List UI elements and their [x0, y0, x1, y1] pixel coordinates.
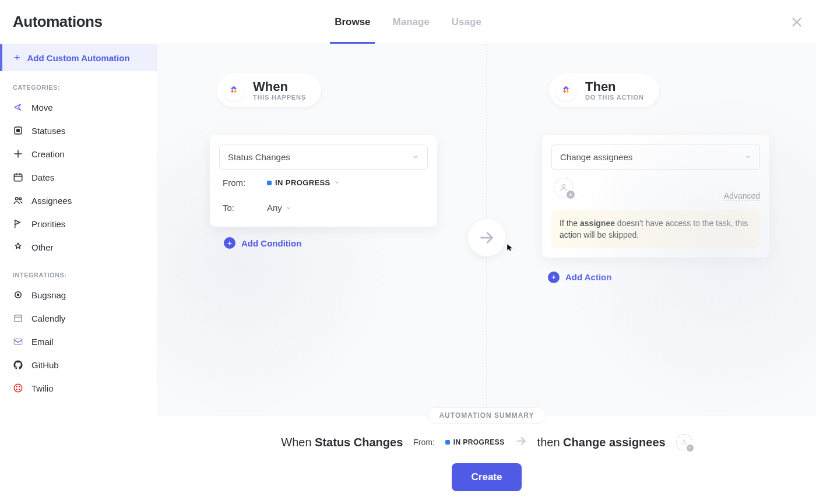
add-action-button[interactable]: + Add Action	[542, 261, 769, 283]
trigger-select-value: Status Changes	[228, 152, 290, 162]
svg-point-18	[16, 386, 17, 387]
automation-summary-footer: AUTOMATION SUMMARY When Status Changes F…	[157, 415, 816, 504]
bugsnag-icon	[13, 290, 23, 300]
to-status-dropdown[interactable]: Any	[267, 203, 291, 213]
add-custom-automation-button[interactable]: + Add Custom Automation	[0, 44, 157, 71]
svg-point-13	[17, 294, 19, 296]
sidebar-item-label: Twilio	[31, 383, 54, 393]
priorities-icon	[13, 218, 23, 229]
sidebar-item-label: GitHub	[31, 360, 59, 370]
from-label: From:	[223, 178, 254, 188]
summary-assignee-picker[interactable]: +	[676, 434, 692, 450]
sidebar-item-email[interactable]: Email	[0, 330, 157, 353]
assignees-icon	[13, 195, 23, 206]
sidebar-item-statuses[interactable]: Statuses	[0, 119, 157, 142]
arrow-right-icon	[515, 435, 527, 450]
sidebar-item-assignees[interactable]: Assignees	[0, 189, 157, 212]
creation-icon	[13, 149, 23, 159]
when-header: When THIS HAPPENS	[217, 73, 321, 107]
sidebar-item-label: Bugsnag	[31, 290, 66, 300]
sidebar-item-calendly[interactable]: Calendly	[0, 306, 157, 330]
from-row: From: IN PROGRESS	[219, 170, 428, 188]
sidebar-item-move[interactable]: Move	[0, 96, 157, 119]
tab-usage[interactable]: Usage	[452, 0, 481, 44]
then-title: Then	[585, 80, 644, 94]
sidebar-item-creation[interactable]: Creation	[0, 142, 157, 165]
svg-rect-6	[14, 174, 22, 181]
close-icon[interactable]	[790, 16, 803, 29]
svg-point-22	[562, 185, 565, 188]
when-title: When	[253, 80, 306, 94]
sidebar-item-label: Dates	[31, 172, 54, 182]
sidebar-item-priorities[interactable]: Priorities	[0, 212, 157, 235]
svg-point-21	[19, 389, 20, 390]
svg-rect-16	[14, 339, 22, 345]
add-condition-label: Add Condition	[241, 238, 301, 248]
sidebar-item-label: Creation	[31, 149, 65, 159]
summary-badge: AUTOMATION SUMMARY	[427, 407, 546, 424]
sidebar-item-twilio[interactable]: Twilio	[0, 376, 157, 400]
from-status-dropdown[interactable]: IN PROGRESS	[267, 178, 340, 187]
chevron-down-icon	[744, 152, 751, 162]
status-color-swatch	[445, 440, 450, 445]
trigger-select[interactable]: Status Changes	[219, 144, 428, 170]
plus-circle-icon: +	[548, 272, 560, 283]
chevron-down-icon	[286, 203, 291, 213]
sidebar-item-other[interactable]: Other	[0, 235, 157, 259]
summary-line: When Status Changes From: IN PROGRESS th…	[169, 434, 804, 450]
clickup-logo-icon	[555, 79, 577, 101]
from-status-value: IN PROGRESS	[275, 178, 330, 187]
sidebar-item-label: Calendly	[31, 313, 65, 323]
integrations-section-label: INTEGRATIONS:	[0, 259, 157, 283]
then-header: Then DO THIS ACTION	[549, 73, 659, 107]
add-custom-label: Add Custom Automation	[27, 53, 130, 63]
sidebar-item-label: Assignees	[31, 196, 72, 206]
automation-canvas: When THIS HAPPENS Status Changes From:	[157, 44, 816, 504]
plus-circle-icon: +	[224, 237, 235, 249]
tab-manage[interactable]: Manage	[393, 0, 430, 44]
to-row: To: Any	[219, 188, 428, 216]
trigger-card: Status Changes From: IN PROGRESS	[210, 135, 437, 227]
plus-badge-icon: +	[567, 191, 575, 199]
statuses-icon	[13, 125, 23, 136]
svg-rect-3	[17, 129, 20, 132]
sidebar-item-dates[interactable]: Dates	[0, 165, 157, 189]
categories-section-label: CATEGORIES:	[0, 71, 157, 96]
plus-icon: +	[14, 52, 20, 63]
advanced-link[interactable]: Advanced	[724, 191, 760, 201]
tabs: Browse Manage Usage	[335, 0, 481, 44]
sidebar-item-github[interactable]: GitHub	[0, 353, 157, 376]
to-status-value: Any	[267, 203, 282, 213]
sidebar-item-label: Priorities	[31, 219, 65, 229]
then-column: Then DO THIS ACTION Change assignees +	[542, 73, 769, 283]
to-label: To:	[223, 203, 254, 213]
clickup-logo-icon	[223, 79, 245, 101]
assignee-picker[interactable]: +	[554, 178, 574, 198]
action-card: Change assignees + Advanced If the assig…	[542, 135, 769, 258]
svg-point-10	[16, 198, 19, 200]
svg-point-17	[14, 384, 22, 392]
add-action-label: Add Action	[565, 272, 611, 282]
sidebar-item-label: Email	[31, 337, 54, 347]
tab-browse[interactable]: Browse	[335, 0, 370, 44]
add-condition-button[interactable]: + Add Condition	[210, 227, 437, 249]
create-button[interactable]: Create	[452, 463, 522, 491]
svg-point-20	[16, 389, 17, 390]
sidebar-item-bugsnag[interactable]: Bugsnag	[0, 283, 157, 306]
sidebar-item-label: Other	[31, 242, 54, 252]
svg-point-11	[19, 198, 22, 200]
when-column: When THIS HAPPENS Status Changes From:	[210, 73, 437, 283]
action-select-value: Change assignees	[560, 152, 632, 162]
status-color-swatch	[267, 181, 272, 185]
chevron-down-icon	[334, 178, 340, 187]
assignee-warning-note: If the assignee doesn't have access to t…	[551, 210, 760, 248]
then-subtitle: DO THIS ACTION	[585, 94, 644, 101]
github-icon	[13, 360, 23, 370]
page-title: Automations	[0, 13, 102, 31]
plus-badge-icon: +	[687, 445, 694, 452]
svg-point-19	[19, 386, 20, 387]
summary-status-chip: IN PROGRESS	[445, 438, 505, 446]
action-select[interactable]: Change assignees	[551, 144, 760, 170]
sidebar-item-label: Move	[31, 103, 53, 112]
when-subtitle: THIS HAPPENS	[253, 94, 306, 101]
